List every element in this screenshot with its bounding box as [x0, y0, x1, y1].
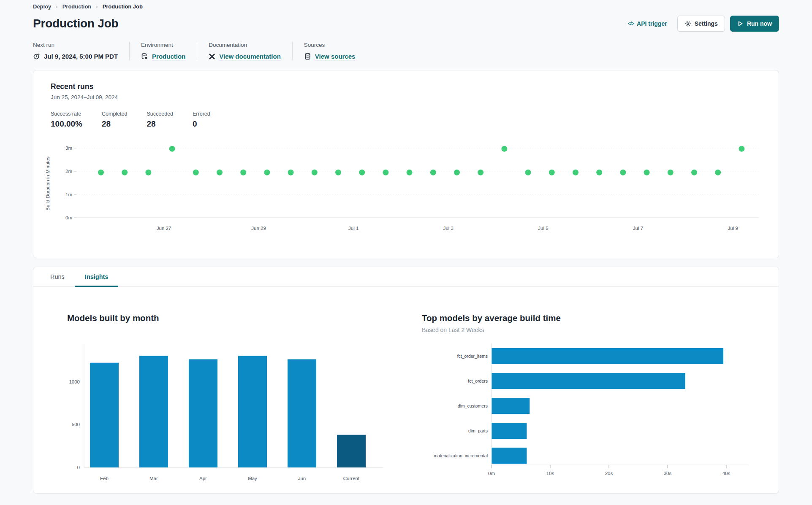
- x-tick-label: Apr: [199, 476, 207, 481]
- models-by-month-title: Models built by month: [67, 313, 388, 323]
- run-dot[interactable]: [430, 170, 436, 176]
- y-tick-label: 2m: [65, 169, 72, 174]
- breadcrumb-production-job: Production Job: [103, 3, 143, 10]
- run-dot[interactable]: [169, 146, 175, 152]
- run-dot[interactable]: [335, 170, 341, 176]
- run-dot[interactable]: [549, 170, 555, 176]
- x-tick-label: 0m: [488, 471, 495, 476]
- job-detail-card: Runs Insights Models built by month 0500…: [33, 267, 779, 494]
- x-tick-label: Jun 29: [251, 226, 266, 231]
- stat-value: 28: [147, 119, 173, 129]
- model-label: dim_parts: [468, 428, 488, 433]
- model-label: fct_order_items: [457, 354, 488, 359]
- settings-button[interactable]: Settings: [677, 16, 725, 32]
- run-dot[interactable]: [217, 170, 223, 176]
- top-models-subtitle: Based on Last 2 Weeks: [422, 327, 768, 333]
- breadcrumb-deploy[interactable]: Deploy: [33, 3, 51, 10]
- model-label: dim_customers: [458, 403, 488, 408]
- model-bar[interactable]: [492, 423, 527, 439]
- y-tick-label: 0: [77, 465, 80, 470]
- run-dot[interactable]: [383, 170, 388, 176]
- run-dot[interactable]: [691, 170, 697, 176]
- meta-sources: Sources View sources: [293, 42, 367, 60]
- meta-environment: Environment Production: [130, 42, 197, 60]
- stat-label: Success rate: [51, 111, 82, 117]
- run-dot[interactable]: [501, 146, 507, 152]
- page-header: Production Job </> API trigger Settings: [33, 16, 779, 32]
- page-title: Production Job: [33, 17, 119, 30]
- run-dot[interactable]: [525, 170, 531, 176]
- run-dot[interactable]: [620, 170, 626, 176]
- run-now-button[interactable]: Run now: [730, 16, 779, 32]
- x-tick-label: Jun 27: [157, 226, 171, 231]
- run-dot[interactable]: [122, 170, 128, 176]
- run-dot[interactable]: [715, 170, 721, 176]
- run-dot[interactable]: [478, 170, 483, 176]
- y-tick-label: 1m: [65, 192, 72, 197]
- month-bar[interactable]: [337, 435, 366, 467]
- run-dot[interactable]: [288, 170, 294, 176]
- api-trigger-link[interactable]: </> API trigger: [628, 20, 667, 27]
- gear-icon: [684, 20, 691, 27]
- next-run-value: Jul 9, 2024, 5:00 PM PDT: [44, 53, 118, 60]
- dbt-docs-icon: [209, 53, 215, 60]
- month-bar[interactable]: [90, 363, 119, 467]
- stat-value: 28: [102, 119, 127, 129]
- environment-link[interactable]: Production: [152, 53, 185, 60]
- recent-runs-stats: Success rate 100.00% Completed 28 Succee…: [33, 111, 779, 129]
- month-bar[interactable]: [189, 359, 217, 467]
- x-tick-label: 20s: [605, 471, 613, 476]
- recent-runs-card: Recent runs Jun 25, 2024–Jul 09, 2024 Su…: [33, 70, 779, 258]
- recent-runs-title: Recent runs: [51, 82, 761, 91]
- stat-succeeded: Succeeded 28: [147, 111, 173, 129]
- model-bar[interactable]: [492, 398, 530, 414]
- run-dot[interactable]: [193, 170, 199, 176]
- model-bar[interactable]: [492, 373, 685, 389]
- month-bar[interactable]: [238, 356, 267, 467]
- x-tick-label: Current: [343, 476, 360, 481]
- run-dot[interactable]: [98, 170, 104, 176]
- run-dot[interactable]: [145, 170, 151, 176]
- top-models-chart: fct_order_itemsfct_ordersdim_customersdi…: [422, 339, 768, 478]
- build-duration-chart-wrap: 0m1m2m3mBuild Duration in MinutesJun 27J…: [41, 140, 779, 243]
- run-dot[interactable]: [264, 170, 270, 176]
- tab-runs[interactable]: Runs: [40, 267, 75, 287]
- run-dot[interactable]: [596, 170, 602, 176]
- run-dot[interactable]: [407, 170, 413, 176]
- y-tick-label: 1000: [69, 379, 80, 384]
- run-dot[interactable]: [644, 170, 650, 176]
- month-bar[interactable]: [139, 356, 168, 467]
- insights-panel: Models built by month 05001000FebMarAprM…: [33, 287, 779, 488]
- stat-value: 0: [193, 119, 210, 129]
- stat-success-rate: Success rate 100.00%: [51, 111, 82, 129]
- x-tick-label: Feb: [100, 476, 109, 481]
- run-dot[interactable]: [454, 170, 460, 176]
- model-bar[interactable]: [492, 348, 723, 364]
- view-sources-link[interactable]: View sources: [315, 53, 356, 60]
- run-dot[interactable]: [312, 170, 318, 176]
- clock-icon: [33, 53, 40, 60]
- play-icon: [737, 21, 743, 27]
- month-bar[interactable]: [288, 359, 316, 467]
- run-dot[interactable]: [240, 170, 246, 176]
- model-bar[interactable]: [492, 448, 527, 464]
- view-documentation-link[interactable]: View documentation: [219, 53, 281, 60]
- x-tick-label: 40s: [722, 471, 731, 476]
- y-tick-label: 3m: [65, 146, 72, 151]
- settings-label: Settings: [695, 20, 718, 27]
- job-meta-row: Next run Jul 9, 2024, 5:00 PM PDT Enviro…: [33, 42, 779, 60]
- y-tick-label: 500: [72, 422, 80, 427]
- run-dot[interactable]: [668, 170, 673, 176]
- x-tick-label: Mar: [149, 476, 158, 481]
- tab-insights[interactable]: Insights: [75, 267, 119, 287]
- breadcrumb-production[interactable]: Production: [62, 3, 92, 10]
- x-tick-label: Jul 9: [728, 226, 738, 231]
- run-dot[interactable]: [359, 170, 365, 176]
- code-icon: </>: [628, 21, 634, 27]
- model-label: materialization_incremental: [434, 453, 488, 458]
- stat-value: 100.00%: [51, 119, 82, 129]
- run-dot[interactable]: [739, 146, 744, 152]
- run-dot[interactable]: [573, 170, 578, 176]
- environment-database-icon: [141, 53, 148, 60]
- x-tick-label: 10s: [546, 471, 554, 476]
